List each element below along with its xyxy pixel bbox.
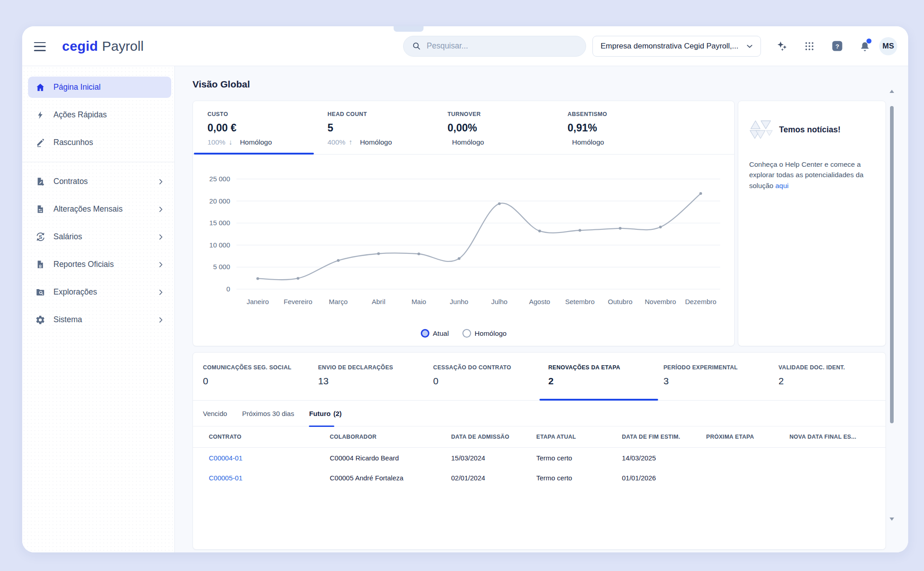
svg-text:Agosto: Agosto bbox=[529, 298, 550, 305]
contract-link[interactable]: C00005-01 bbox=[203, 474, 324, 482]
subtab-label: Futuro bbox=[309, 410, 330, 417]
kpi-tab[interactable]: TURNOVER 0,00% Homólogo bbox=[434, 101, 554, 154]
scrollbar-up-arrow[interactable] bbox=[890, 90, 894, 93]
kpi-compare-label: Homólogo bbox=[452, 138, 484, 146]
company-selector[interactable]: Empresa demonstrativa Cegid Payroll,... bbox=[592, 36, 761, 57]
kpi-value: 0,91% bbox=[568, 122, 669, 134]
alert-tab-count: 0 bbox=[433, 376, 535, 387]
brand-bold: cegid bbox=[62, 39, 98, 54]
sidebar-item[interactable]: Reportes Oficiais bbox=[28, 254, 171, 275]
svg-text:5 000: 5 000 bbox=[213, 263, 230, 271]
brand-regular: Payroll bbox=[102, 39, 144, 54]
help-button[interactable]: ? bbox=[828, 37, 846, 55]
kpi-label: CUSTO bbox=[207, 111, 309, 117]
apps-grid-icon bbox=[804, 41, 815, 52]
kpi-tab[interactable]: HEAD COUNT 5 400% ↑ Homólogo bbox=[314, 101, 434, 154]
alert-tab[interactable]: VALIDADE DOC. IDENT. 2 bbox=[770, 353, 885, 400]
alert-tab-active-underline bbox=[539, 399, 658, 401]
svg-text:Outubro: Outubro bbox=[608, 298, 632, 305]
alert-tab[interactable]: RENOVAÇÕES DA ETAPA 2 bbox=[539, 353, 654, 400]
sidebar-item[interactable]: Sistema bbox=[28, 309, 171, 330]
sidebar-item[interactable]: S Salários bbox=[28, 226, 171, 247]
sidebar-item-label: Contratos bbox=[53, 177, 149, 186]
alert-subtab[interactable]: Vencido bbox=[203, 401, 227, 426]
svg-text:Março: Março bbox=[329, 298, 348, 305]
kpi-chart-card: CUSTO 0,00 € 100% ↓ Homólogo bbox=[192, 101, 735, 346]
kpi-label: TURNOVER bbox=[448, 111, 549, 117]
alert-tab[interactable]: COMUNICAÇÕES SEG. SOCIAL 0 bbox=[194, 353, 309, 400]
top-bar: cegid Payroll Empresa demonstrativa Cegi… bbox=[22, 26, 908, 66]
vertical-scrollbar[interactable] bbox=[890, 90, 894, 521]
alert-tab[interactable]: ENVIO DE DECLARAÇÕES 13 bbox=[309, 353, 424, 400]
alert-tab-count: 2 bbox=[549, 376, 651, 387]
sidebar-item[interactable]: Ações Rápidas bbox=[28, 104, 171, 126]
apps-grid-button[interactable] bbox=[800, 37, 818, 55]
alert-subtab[interactable]: Próximos 30 dias bbox=[242, 401, 294, 426]
kpi-value: 5 bbox=[327, 122, 429, 134]
kpi-value: 0,00 € bbox=[207, 122, 309, 134]
sidebar: Página Inicial Ações Rápidas bbox=[22, 66, 175, 552]
table-column-header: NOVA DATA FINAL ES... bbox=[784, 434, 886, 440]
alert-tab-label: ENVIO DE DECLARAÇÕES bbox=[318, 364, 420, 371]
kpi-tab[interactable]: CUSTO 0,00 € 100% ↓ Homólogo bbox=[194, 101, 314, 154]
global-search[interactable] bbox=[403, 36, 586, 57]
alert-tab[interactable]: PERÍODO EXPERIMENTAL 3 bbox=[654, 353, 770, 400]
legend-radio-option[interactable]: Atual bbox=[421, 329, 449, 338]
alert-tabs: COMUNICAÇÕES SEG. SOCIAL 0 ENVIO DE DECL… bbox=[193, 353, 886, 401]
subtab-label: Vencido bbox=[203, 410, 227, 417]
alert-subtab[interactable]: Futuro (2) bbox=[309, 401, 342, 426]
folder-search-icon bbox=[35, 287, 46, 297]
contract-link[interactable]: C00004-01 bbox=[203, 454, 324, 462]
news-title: Temos notícias! bbox=[779, 125, 841, 135]
table-column-header: CONTRATO bbox=[203, 434, 324, 440]
sidebar-divider bbox=[22, 162, 177, 162]
estimated-end-date-cell: 14/03/2025 bbox=[616, 454, 700, 462]
company-name: Empresa demonstrativa Cegid Payroll,... bbox=[601, 42, 745, 51]
subtab-label: Próximos 30 dias bbox=[242, 410, 294, 417]
kpi-compare-label: Homólogo bbox=[360, 138, 392, 146]
notifications-button[interactable] bbox=[856, 37, 874, 55]
table-row[interactable]: C00005-01 C00005 André Fortaleza 02/01/2… bbox=[193, 468, 886, 488]
sidebar-item[interactable]: Explorações bbox=[28, 281, 171, 303]
svg-text:Maio: Maio bbox=[411, 298, 426, 305]
alert-tab-label: RENOVAÇÕES DA ETAPA bbox=[549, 364, 651, 371]
sidebar-item-label: Reportes Oficiais bbox=[53, 260, 149, 269]
table-body: C00004-01 C00004 Ricardo Beard 15/03/202… bbox=[193, 448, 886, 488]
kpi-tab[interactable]: ABSENTISMO 0,91% Homólogo bbox=[554, 101, 674, 154]
svg-text:15 000: 15 000 bbox=[209, 219, 230, 227]
news-link[interactable]: aqui bbox=[775, 182, 789, 189]
avatar[interactable]: MS bbox=[879, 37, 897, 55]
chevron-down-icon bbox=[745, 42, 754, 51]
main-content: Visão Global CUSTO 0,00 € 100% ↓ bbox=[175, 66, 908, 552]
legend-radio-option[interactable]: Homólogo bbox=[462, 329, 507, 338]
sidebar-item[interactable]: Alterações Mensais bbox=[28, 198, 171, 220]
alert-tab-label: CESSAÇÃO DO CONTRATO bbox=[433, 364, 535, 371]
menu-icon[interactable] bbox=[34, 42, 46, 51]
alert-tab-label: COMUNICAÇÕES SEG. SOCIAL bbox=[203, 364, 305, 371]
sidebar-item[interactable]: Página Inicial bbox=[28, 77, 171, 98]
scrollbar-thumb[interactable] bbox=[890, 106, 894, 423]
alert-tab-count: 2 bbox=[779, 376, 881, 387]
avatar-initials: MS bbox=[882, 42, 894, 51]
scrollbar-down-arrow[interactable] bbox=[890, 518, 894, 521]
header-icons: ? bbox=[773, 37, 874, 55]
subtab-count: (2) bbox=[333, 410, 342, 417]
alert-tab[interactable]: CESSAÇÃO DO CONTRATO 0 bbox=[424, 353, 539, 400]
alert-tab-count: 13 bbox=[318, 376, 420, 387]
kpi-row: CUSTO 0,00 € 100% ↓ Homólogo bbox=[193, 101, 734, 155]
sidebar-item-label: Página Inicial bbox=[53, 82, 165, 92]
chevron-right-icon bbox=[157, 205, 165, 213]
sidebar-item[interactable]: Rascunhos bbox=[28, 132, 171, 153]
ai-assistant-button[interactable] bbox=[773, 37, 791, 55]
sidebar-item[interactable]: Contratos bbox=[28, 171, 171, 192]
estimated-end-date-cell: 01/01/2026 bbox=[616, 474, 700, 482]
alert-tab-label: VALIDADE DOC. IDENT. bbox=[779, 364, 881, 371]
news-card: Temos notícias! Conheça o Help Center e … bbox=[738, 101, 886, 346]
chart-legend: Atual Homólogo bbox=[193, 329, 734, 338]
app-window: cegid Payroll Empresa demonstrativa Cegi… bbox=[22, 26, 908, 552]
sidebar-item-label: Sistema bbox=[53, 315, 149, 324]
radio-icon bbox=[421, 329, 429, 338]
search-input[interactable] bbox=[427, 41, 578, 51]
table-row[interactable]: C00004-01 C00004 Ricardo Beard 15/03/202… bbox=[193, 448, 886, 468]
kpi-active-underline bbox=[194, 153, 314, 155]
